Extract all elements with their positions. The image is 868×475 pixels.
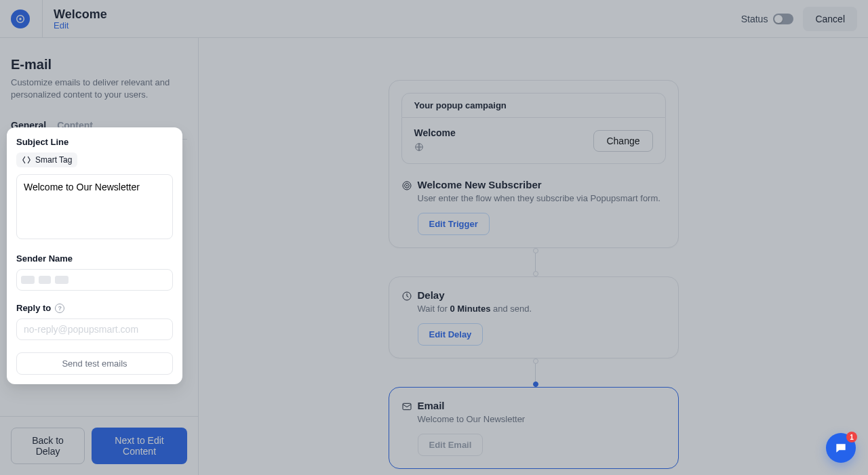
reply-to-input[interactable]	[16, 318, 173, 340]
chat-notification-badge: 1	[846, 432, 857, 442]
support-chat-button[interactable]: 1	[826, 433, 856, 463]
smart-tag-label: Smart Tag	[35, 155, 72, 165]
sender-name-input[interactable]	[16, 269, 173, 291]
reply-to-label: Reply to	[16, 303, 51, 313]
subject-line-input[interactable]	[16, 174, 173, 239]
subject-line-label: Subject Line	[16, 137, 173, 147]
send-test-emails-button[interactable]: Send test emails	[16, 352, 173, 375]
email-settings-panel: Subject Line Smart Tag Sender Name Reply…	[7, 127, 182, 384]
smart-tag-button[interactable]: Smart Tag	[16, 152, 77, 167]
sender-name-label: Sender Name	[16, 253, 173, 264]
help-icon[interactable]: ?	[55, 304, 64, 313]
